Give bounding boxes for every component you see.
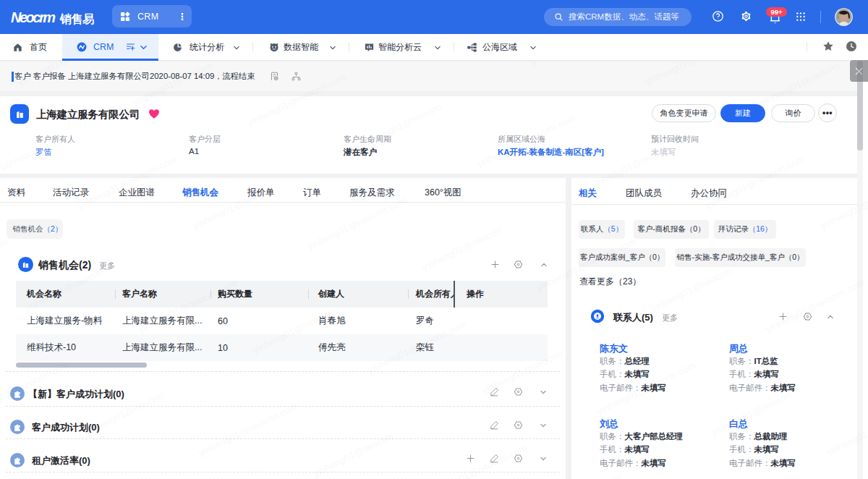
svg-text:Neocrm: Neocrm: [11, 9, 56, 25]
svg-text:销售易: 销售易: [59, 13, 94, 25]
